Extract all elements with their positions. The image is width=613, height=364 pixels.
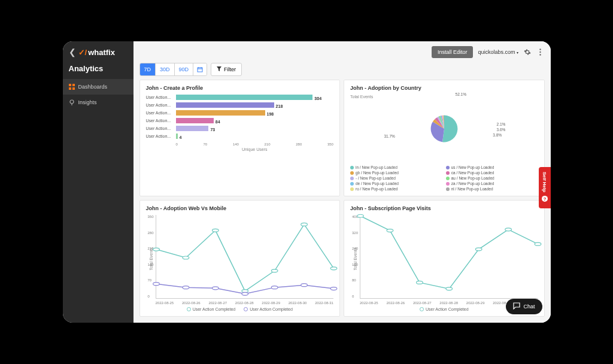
segment-90d[interactable]: 90D bbox=[175, 63, 194, 75]
svg-rect-1 bbox=[72, 84, 75, 86]
bar-track: 4 bbox=[176, 134, 334, 139]
line-point bbox=[535, 242, 541, 245]
filter-button[interactable]: Filter bbox=[211, 63, 242, 76]
topbar: Install Editor quickolabs.com ▾ bbox=[133, 41, 551, 63]
legend-label: us / New Pop-up Loaded bbox=[451, 165, 494, 169]
legend-item: ro / New Pop-up Loaded bbox=[350, 187, 442, 191]
help-icon: ? bbox=[541, 195, 548, 204]
bar-row: User Action...73 bbox=[146, 126, 334, 131]
line-svg bbox=[360, 215, 538, 298]
domain-selector[interactable]: quickolabs.com ▾ bbox=[478, 49, 518, 55]
pie-callout: 31.7% bbox=[384, 134, 394, 138]
x-axis-title: Unique Users bbox=[146, 147, 334, 151]
sidebar-item-dashboards[interactable]: Dashboards bbox=[63, 79, 133, 95]
line-point bbox=[505, 228, 512, 231]
bar-fill bbox=[176, 110, 265, 116]
bar-label: User Action... bbox=[146, 95, 174, 99]
install-editor-button[interactable]: Install Editor bbox=[432, 46, 474, 58]
line-point bbox=[212, 229, 219, 232]
pie-svg bbox=[423, 108, 465, 150]
svg-point-8 bbox=[539, 54, 541, 55]
line-point bbox=[271, 269, 278, 272]
pie-callout: 3.8% bbox=[493, 133, 502, 137]
legend-circle bbox=[420, 307, 424, 311]
dashboard-grid: John - Create a Profile User Action...30… bbox=[133, 80, 551, 323]
sidebar-item-label: Dashboards bbox=[78, 84, 108, 90]
line-point bbox=[387, 229, 393, 232]
segment-7d[interactable]: 7D bbox=[140, 63, 156, 75]
legend-dot bbox=[350, 187, 354, 191]
back-icon[interactable]: ❮ bbox=[69, 47, 76, 57]
sidebar: ❮ ✓/ whatfix Analytics Dashboards Insigh… bbox=[63, 41, 133, 323]
svg-rect-0 bbox=[69, 84, 71, 86]
bar-label: User Action... bbox=[146, 126, 174, 131]
line-point bbox=[271, 286, 278, 289]
line-point bbox=[301, 284, 307, 287]
line-point bbox=[183, 286, 189, 289]
main-content: Install Editor quickolabs.com ▾ 7D 30D 9… bbox=[133, 41, 551, 323]
legend-label: User Action Completed bbox=[250, 307, 293, 311]
card-title: John - Create a Profile bbox=[146, 85, 334, 91]
line-point bbox=[330, 287, 337, 290]
line-point bbox=[357, 214, 364, 217]
legend-label: nl / New Pop-up Loaded bbox=[451, 187, 493, 191]
line-legend: User Action CompletedUser Action Complet… bbox=[146, 307, 334, 311]
chat-label: Chat bbox=[523, 304, 535, 310]
pie-legend: in / New Pop-up Loadedus / New Pop-up Lo… bbox=[350, 165, 538, 191]
card-adoption-country: John - Adoption by Country Total Events … bbox=[344, 80, 545, 196]
chat-icon bbox=[513, 302, 520, 311]
y-ticks: 080160240320400 bbox=[352, 215, 358, 298]
bar-value: 73 bbox=[210, 128, 215, 132]
line-point bbox=[183, 256, 189, 259]
legend-label: - / New Pop-up Loaded bbox=[356, 176, 396, 180]
svg-rect-9 bbox=[198, 68, 202, 72]
svg-point-7 bbox=[539, 51, 541, 53]
calendar-icon[interactable] bbox=[193, 63, 207, 75]
svg-text:?: ? bbox=[543, 196, 546, 202]
legend-label: in / New Pop-up Loaded bbox=[356, 165, 397, 169]
filter-bar: 7D 30D 90D Filter bbox=[133, 63, 551, 80]
more-icon[interactable] bbox=[536, 48, 545, 56]
chat-button[interactable]: Chat bbox=[506, 299, 542, 314]
bar-row: User Action...84 bbox=[146, 118, 334, 123]
legend-label: User Action Completed bbox=[193, 307, 236, 311]
bar-track: 84 bbox=[176, 118, 334, 123]
line-point bbox=[153, 248, 159, 251]
line-point bbox=[212, 287, 219, 290]
line-point bbox=[330, 267, 337, 270]
legend-dot bbox=[350, 166, 354, 169]
bar-track: 304 bbox=[176, 95, 334, 100]
bar-value: 304 bbox=[314, 96, 321, 101]
bar-value: 218 bbox=[276, 104, 283, 108]
legend-label: User Action Completed bbox=[426, 307, 469, 311]
bar-fill bbox=[176, 102, 274, 108]
line-point bbox=[475, 248, 482, 251]
line-series bbox=[360, 216, 538, 289]
self-help-tab[interactable]: Self Help ? bbox=[539, 167, 551, 208]
gear-icon[interactable] bbox=[523, 48, 532, 56]
line-point bbox=[301, 223, 307, 226]
legend-item: gb / New Pop-up Loaded bbox=[350, 171, 442, 175]
legend-label: au / New Pop-up Loaded bbox=[451, 176, 494, 180]
pie-callout: 52.1% bbox=[456, 92, 466, 96]
sidebar-item-insights[interactable]: Insights bbox=[63, 95, 133, 110]
sidebar-header: ❮ ✓/ whatfix bbox=[63, 41, 133, 60]
legend-circle bbox=[244, 307, 248, 311]
dashboards-icon bbox=[69, 84, 75, 90]
legend-dot bbox=[350, 171, 354, 175]
segment-30d[interactable]: 30D bbox=[156, 63, 175, 75]
legend-item: za / New Pop-up Loaded bbox=[446, 181, 538, 186]
bar-fill bbox=[176, 95, 313, 100]
legend-item: User Action Completed bbox=[244, 307, 293, 311]
legend-item: de / New Pop-up Loaded bbox=[350, 181, 442, 186]
pie-chart: Total Events 52.1%31.7%3.8%3.6%2.1% in /… bbox=[350, 95, 538, 191]
bar-row: User Action...4 bbox=[146, 134, 334, 139]
legend-item: au / New Pop-up Loaded bbox=[446, 176, 538, 180]
legend-dot bbox=[446, 177, 450, 180]
legend-dot bbox=[446, 182, 450, 186]
legend-dot bbox=[446, 166, 450, 169]
legend-item: nl / New Pop-up Loaded bbox=[446, 187, 538, 191]
line-svg bbox=[156, 215, 334, 298]
legend-item: in / New Pop-up Loaded bbox=[350, 165, 442, 169]
bar-row: User Action...304 bbox=[146, 95, 334, 100]
